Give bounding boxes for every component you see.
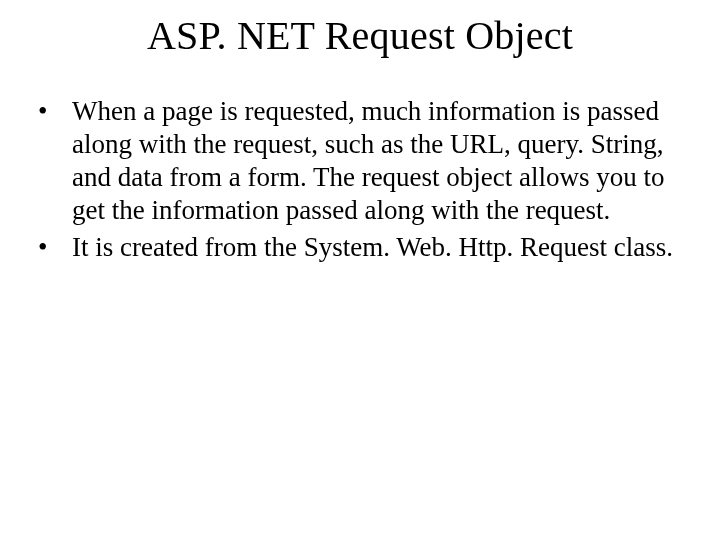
bullet-list: When a page is requested, much informati… bbox=[0, 95, 720, 264]
bullet-item: When a page is requested, much informati… bbox=[38, 95, 678, 227]
slide-title: ASP. NET Request Object bbox=[0, 12, 720, 59]
slide: ASP. NET Request Object When a page is r… bbox=[0, 12, 720, 540]
bullet-item: It is created from the System. Web. Http… bbox=[38, 231, 678, 264]
